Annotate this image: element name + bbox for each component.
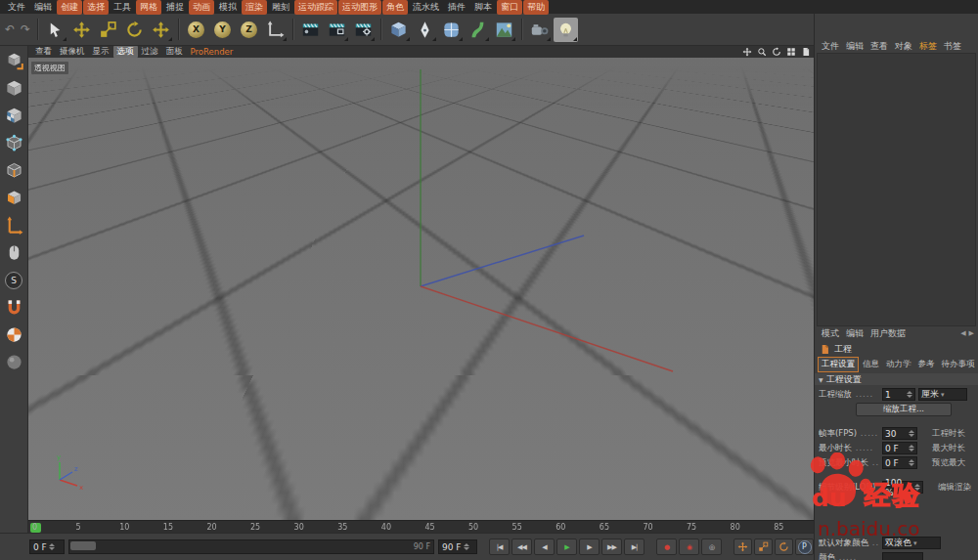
om-menu-item-2[interactable]: 查看 [867,40,891,53]
next-key-button[interactable]: ▶▶ [601,538,622,555]
viewport[interactable]: 查看摄像机显示选项过滤面板ProRender y x z 透视视图 [28,46,815,520]
menu-item-9[interactable]: 渲染 [242,0,267,15]
render-picture-viewer-button[interactable] [325,18,349,42]
menu-item-15[interactable]: 插件 [444,0,469,15]
polygons-mode-button[interactable] [4,188,24,208]
x-axis-lock-button[interactable]: X [184,18,208,42]
prev-frame-button[interactable]: ◀ [534,538,555,555]
project-settings-section[interactable]: ▼ 工程设置 [815,373,978,385]
project-scale-unit-dropdown[interactable]: 厘米 ▾ [918,388,967,401]
lod-field[interactable]: 100 % [882,481,923,494]
spinner-icon[interactable] [914,484,920,491]
record-keyframe-button[interactable]: ● [656,538,677,555]
render-view-button[interactable] [298,18,323,42]
menu-item-12[interactable]: 运动图形 [338,0,381,15]
fps-field[interactable]: 30 [882,427,917,440]
slider-handle[interactable] [70,541,96,550]
camera-button[interactable] [527,18,552,42]
recent-tool[interactable] [149,18,173,42]
menu-item-10[interactable]: 雕刻 [268,0,293,15]
menu-item-2[interactable]: 创建 [57,0,82,15]
rotate-tool[interactable] [122,18,147,42]
menu-item-1[interactable]: 编辑 [30,0,56,15]
menu-item-0[interactable]: 文件 [4,0,29,15]
attribute-tab-0[interactable]: 工程设置 [818,357,859,372]
viewport-mode-button[interactable] [4,242,24,263]
object-manager[interactable] [817,53,976,326]
menu-item-8[interactable]: 模拟 [215,0,241,15]
model-mode-button[interactable] [4,78,24,99]
color-swatch[interactable] [882,552,923,560]
om-menu-item-4[interactable]: 标签 [916,40,940,53]
viewport-solo-button[interactable] [4,324,24,345]
menu-item-3[interactable]: 选择 [83,0,109,15]
default-object-color-dropdown[interactable]: 双滚色 ▾ [882,537,941,549]
end-frame-field[interactable]: 90 F [438,539,477,554]
menu-item-6[interactable]: 捕捉 [162,0,188,15]
toggle-layout-button[interactable] [785,47,797,58]
points-mode-button[interactable] [4,133,24,153]
rotate-view-button[interactable] [771,47,782,58]
zoom-view-button[interactable] [756,47,768,58]
spinner-icon[interactable] [909,430,914,437]
undo-button[interactable]: ↶ [3,18,17,42]
snap-toggle-button[interactable]: S [4,270,24,290]
om-menu-item-3[interactable]: 对象 [892,40,915,53]
menu-item-7[interactable]: 动画 [189,0,214,15]
subdivision-surface-button[interactable] [439,18,464,42]
spinner-icon[interactable] [907,391,912,398]
live-selection-tool[interactable] [43,18,67,42]
play-button[interactable]: ▶ [556,538,577,555]
menu-item-14[interactable]: 流水线 [409,0,443,15]
scale-project-button[interactable]: 缩放工程... [856,403,952,416]
am-menu-item-2[interactable]: 用户数据 [867,327,909,340]
record-scale-toggle[interactable] [754,538,773,555]
menu-item-11[interactable]: 运动跟踪 [294,0,337,15]
edges-mode-button[interactable] [4,160,24,181]
menu-item-4[interactable]: 工具 [110,0,135,15]
min-time-field[interactable]: 0 F [882,442,917,454]
menu-item-18[interactable]: 帮助 [523,0,549,15]
goto-end-button[interactable]: ▶| [624,538,645,555]
pan-view-button[interactable] [741,47,753,58]
axis-mode-button[interactable] [4,215,24,236]
am-menu-item-0[interactable]: 模式 [819,327,842,340]
texture-mode-button[interactable] [4,106,24,126]
light-button[interactable] [554,18,578,42]
am-menu-item-1[interactable]: 编辑 [843,327,867,340]
menu-item-13[interactable]: 角色 [382,0,408,15]
om-menu-item-1[interactable]: 编辑 [843,40,867,53]
y-axis-lock-button[interactable]: Y [210,18,235,42]
deformer-button[interactable] [466,18,490,42]
primitive-cube-button[interactable] [386,18,411,42]
attribute-tab-2[interactable]: 动力学 [883,358,914,371]
viewport-menu-item-3[interactable]: 选项 [113,46,138,58]
viewport-canvas[interactable]: y x z 透视视图 [28,58,815,520]
current-frame-field[interactable]: 0 F [29,539,65,554]
record-rotation-toggle[interactable] [775,538,793,555]
magnet-snap-button[interactable] [4,297,24,318]
spline-pen-button[interactable] [413,18,437,42]
history-back-button[interactable]: ◀ [960,329,965,337]
attribute-tab-1[interactable]: 信息 [860,358,882,371]
viewport-menu-item-1[interactable]: 摄像机 [56,46,89,58]
viewport-menu-item-4[interactable]: 过滤 [138,46,162,58]
om-menu-item-0[interactable]: 文件 [819,40,842,53]
menu-item-16[interactable]: 脚本 [470,0,496,15]
spinner-icon[interactable] [49,543,55,550]
viewport-menu-item-6[interactable]: ProRender [187,47,238,57]
prev-key-button[interactable]: ◀◀ [511,538,532,555]
environment-button[interactable] [492,18,516,42]
timeline-slider[interactable]: 90 F [68,539,434,554]
scale-tool[interactable] [96,18,120,42]
menu-item-5[interactable]: 网格 [136,0,161,15]
autokey-button[interactable]: ◉ [679,538,699,555]
attribute-tab-3[interactable]: 参考 [915,358,938,371]
record-parameter-toggle[interactable]: P [795,538,814,555]
z-axis-lock-button[interactable]: Z [237,18,261,42]
coordinate-system-button[interactable] [263,18,288,42]
keyframe-selection-button[interactable]: ◎ [701,538,722,555]
goto-start-button[interactable]: |◀ [489,538,510,555]
om-menu-item-5[interactable]: 书签 [941,40,964,53]
viewport-menu-item-5[interactable]: 面板 [162,46,187,58]
